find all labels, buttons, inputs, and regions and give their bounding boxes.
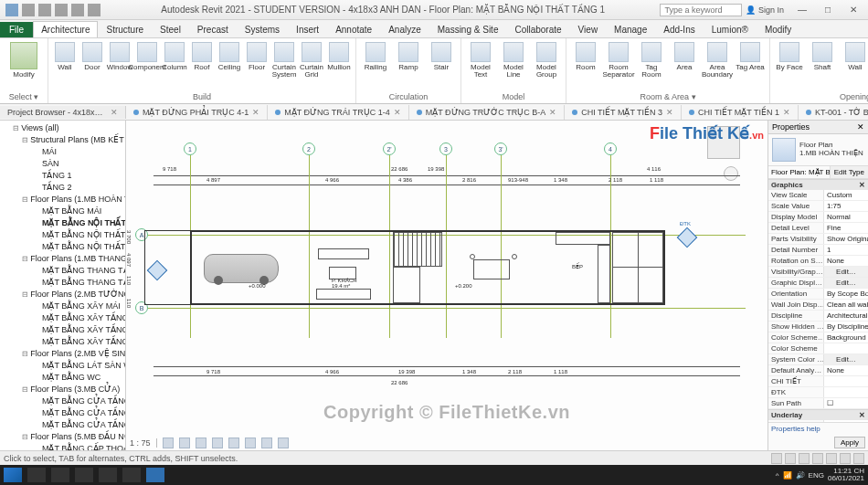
tree-item[interactable]: MẶT BẰNG NỘI THẤT TẦNG 2 [31, 229, 123, 241]
task-view-icon[interactable] [51, 468, 69, 482]
column-button[interactable]: Column [162, 40, 187, 73]
floor-button[interactable]: Floor [244, 40, 270, 73]
close-button[interactable]: ✕ [842, 3, 864, 17]
ribbon-tab-annotate[interactable]: Annotate [327, 21, 380, 37]
wall-button[interactable]: Wall [52, 40, 78, 73]
property-row[interactable]: ĐTK [768, 387, 868, 398]
drag-elements-icon[interactable] [840, 453, 851, 464]
property-row[interactable]: Default Analy…None [768, 365, 868, 376]
tree-item[interactable]: MẶT BẰNG NỘI THẤT TẦNG 3 [31, 241, 123, 253]
taskbar-clock[interactable]: 11:21 CH06/01/2021 [828, 468, 864, 482]
minimize-button[interactable]: — [791, 3, 813, 17]
tree-item[interactable]: MẶT BẰNG CỬA TẦNG 1 [31, 395, 123, 407]
wall-button[interactable]: Wall [840, 40, 868, 73]
crop-view-icon[interactable] [228, 438, 239, 448]
tree-item[interactable]: MẶT BẰNG XÂY MÁI [31, 300, 123, 312]
tree-item[interactable]: MẶT BẰNG WC [31, 372, 123, 384]
component-button[interactable]: Component [134, 40, 160, 73]
open-icon[interactable] [22, 4, 35, 16]
roof-button[interactable]: Roof [189, 40, 215, 73]
property-row[interactable]: Visibility/Grap…Edit… [768, 267, 868, 278]
filter-icon[interactable] [853, 453, 864, 464]
ceiling-button[interactable]: Ceiling [217, 40, 242, 73]
project-tree[interactable]: Views (all)Structural Plans (MB KẾT CẤU)… [0, 121, 125, 450]
tree-item[interactable]: TẦNG 1 [31, 170, 123, 182]
area-button[interactable]: Area [669, 40, 700, 73]
close-icon[interactable]: ✕ [111, 108, 118, 117]
ribbon-tab-insert[interactable]: Insert [288, 21, 327, 37]
mullion-button[interactable]: Mullion [326, 40, 352, 73]
room-button[interactable]: Room [570, 40, 601, 73]
start-button[interactable] [4, 468, 22, 482]
ribbon-tab-systems[interactable]: Systems [237, 21, 288, 37]
area-boundary-button[interactable]: Area Boundary [702, 40, 733, 80]
save-icon[interactable] [38, 4, 51, 16]
shaft-button[interactable]: Shaft [807, 40, 838, 73]
scale-selector[interactable]: 1 : 75 [130, 438, 151, 448]
worksets-icon[interactable] [771, 453, 782, 464]
room-separator-button[interactable]: Room Separator [603, 40, 634, 80]
ribbon-tab-massing-site[interactable]: Massing & Site [429, 21, 507, 37]
view-tab[interactable]: KT-001 - TỜ BÌA✕ [799, 105, 868, 120]
tree-item[interactable]: MẶT BẰNG CỬA TẦNG 2 [31, 407, 123, 419]
property-row[interactable]: Wall Join Disp…Clean all wall j… [768, 300, 868, 311]
tree-item[interactable]: MẶT BẰNG MÁI [31, 206, 123, 217]
view-tab[interactable]: CHI TIẾT MẶT TIỀN 1✕ [682, 105, 799, 120]
property-row[interactable]: Show Hidden …By Discipline [768, 322, 868, 332]
chrome-icon[interactable] [122, 468, 141, 482]
stair-button[interactable]: Stair [426, 40, 457, 73]
crop-region-icon[interactable] [245, 438, 256, 448]
close-icon[interactable]: ✕ [666, 108, 673, 117]
sun-path-icon[interactable] [196, 438, 206, 448]
property-row[interactable]: Sun Path☐ [768, 398, 868, 409]
shadows-icon[interactable] [212, 438, 223, 448]
curtain-grid-button[interactable]: Curtain Grid [299, 40, 324, 80]
tree-item[interactable]: MẶT BẰNG LÁT SÀN WC [31, 360, 123, 372]
property-row[interactable]: Graphic Displ…Edit… [768, 278, 868, 289]
property-row[interactable]: Rotation on S…None [768, 256, 868, 267]
close-icon[interactable]: ✕ [394, 108, 401, 117]
property-group-header[interactable]: Graphics✕ [768, 179, 868, 190]
ribbon-tab-steel[interactable]: Steel [152, 21, 189, 37]
tree-item[interactable]: MẶT BẰNG NỘI THẤT TẦNG 1 [31, 217, 123, 229]
detail-level-icon[interactable] [163, 438, 174, 448]
redo-icon[interactable] [71, 4, 84, 16]
reveal-hidden-icon[interactable] [278, 438, 289, 448]
tag-room-button[interactable]: Tag Room [636, 40, 667, 80]
tree-item[interactable]: MÁI [31, 146, 123, 158]
property-row[interactable]: Parts VisibilityShow Original [768, 234, 868, 245]
close-icon[interactable]: ✕ [857, 122, 864, 132]
ribbon-tab-structure[interactable]: Structure [98, 21, 152, 37]
property-row[interactable]: Display ModelNormal [768, 212, 868, 223]
ribbon-tab-modify[interactable]: Modify [757, 21, 799, 37]
property-row[interactable]: View ScaleCustom [768, 190, 868, 201]
view-tab[interactable]: MẶT ĐỨNG TRƯỚC TRỤC B-A✕ [409, 105, 566, 120]
property-row[interactable]: Scale Value1:75 [768, 201, 868, 212]
model-text-button[interactable]: Model Text [465, 40, 496, 80]
modify-button[interactable]: Modify [4, 40, 44, 80]
tree-item[interactable]: MẶT BẰNG XÂY TẦNG 2 [31, 324, 123, 336]
view-tab[interactable]: MẶT ĐỨNG TRÁI TRỤC 1-4✕ [268, 105, 409, 120]
task-search-icon[interactable] [27, 468, 46, 482]
file-tab[interactable]: File [0, 22, 33, 37]
tree-item[interactable]: MẶT BẰNG XÂY TẦNG 3 [31, 336, 123, 348]
edit-type-button[interactable]: Edit Type [831, 166, 868, 178]
ribbon-tab-analyze[interactable]: Analyze [380, 21, 429, 37]
visual-style-icon[interactable] [179, 438, 190, 448]
view-cube[interactable] [707, 126, 740, 159]
language-indicator[interactable]: ENG [809, 471, 824, 480]
ribbon-tab-precast[interactable]: Precast [189, 21, 237, 37]
close-icon[interactable]: ✕ [252, 108, 259, 117]
property-row[interactable]: Color Scheme…Background [768, 332, 868, 343]
system-tray[interactable]: ^ 📶 🔊 ENG 11:21 CH06/01/2021 [776, 468, 864, 482]
network-icon[interactable]: 📶 [783, 471, 792, 480]
ribbon-tab-manage[interactable]: Manage [606, 21, 655, 37]
design-options-icon[interactable] [785, 453, 796, 464]
apply-button[interactable]: Apply [834, 437, 865, 448]
close-icon[interactable]: ✕ [783, 108, 790, 117]
type-selector[interactable]: Floor Plan: MẶT BẰN ▾ [768, 166, 831, 178]
ribbon-tab-architecture[interactable]: Architecture [33, 21, 98, 37]
properties-grid[interactable]: Graphics✕View ScaleCustomScale Value1:75… [768, 179, 868, 422]
tree-item[interactable]: TẦNG 2 [31, 182, 123, 194]
ribbon-tab-lumion-[interactable]: Lumion® [704, 21, 757, 37]
